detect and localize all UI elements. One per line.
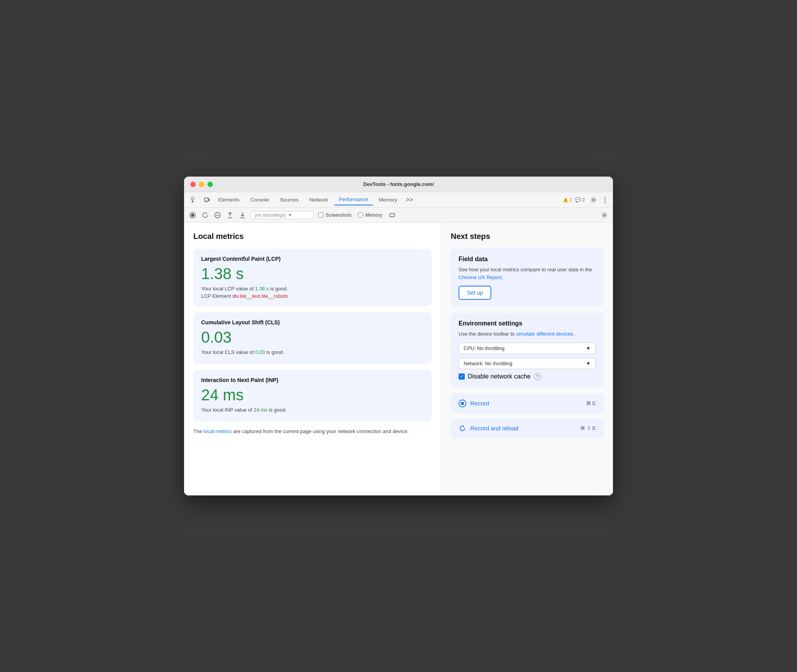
- upload-icon[interactable]: [226, 211, 234, 219]
- record-reload-label: Record and reload: [470, 425, 518, 431]
- main-toolbar: Elements Console Sources Network Perform…: [184, 192, 613, 208]
- element-picker-icon[interactable]: [189, 195, 200, 205]
- recordings-dropdown[interactable]: (no recordings) ▼: [251, 211, 313, 219]
- memory-info-icon[interactable]: [388, 211, 396, 219]
- svg-point-9: [605, 199, 606, 200]
- disable-cache-checkbox[interactable]: ✓: [459, 373, 465, 380]
- lcp-element-label: LCP Element: [201, 293, 231, 299]
- settings-action-icon[interactable]: [600, 211, 608, 219]
- svg-rect-4: [209, 199, 210, 201]
- lcp-element-link[interactable]: div.tile__text.tile__roboto: [232, 293, 288, 299]
- minimize-button[interactable]: [199, 182, 204, 187]
- info-icon: 💬: [575, 197, 581, 203]
- local-metrics-link[interactable]: local metrics: [204, 428, 232, 434]
- memory-checkbox[interactable]: [358, 212, 363, 218]
- lcp-desc-suffix: is good.: [269, 286, 288, 292]
- memory-checkbox-label[interactable]: Memory: [358, 212, 382, 218]
- inp-desc-suffix: is good.: [267, 407, 287, 413]
- record-button[interactable]: [189, 211, 197, 219]
- right-panel: Next steps Field data See how your local…: [441, 223, 613, 495]
- svg-rect-3: [204, 198, 208, 201]
- env-desc-prefix: Use the device toolbar to: [459, 331, 516, 337]
- refresh-button[interactable]: [201, 211, 209, 219]
- lcp-name: Largest Contentful Paint (LCP): [201, 256, 424, 262]
- tab-performance[interactable]: Performance: [334, 194, 372, 205]
- lcp-desc-prefix: Your local LCP value of: [201, 286, 255, 292]
- maximize-button[interactable]: [207, 182, 213, 187]
- screenshots-checkbox[interactable]: [318, 212, 323, 218]
- left-panel: Local metrics Largest Contentful Paint (…: [184, 223, 441, 495]
- cpu-dropdown[interactable]: CPU: No throttling ▼: [459, 343, 596, 354]
- field-data-card: Field data See how your local metrics co…: [451, 249, 604, 307]
- chrome-ux-report-link[interactable]: Chrome UX Report: [459, 274, 502, 280]
- record-label: Record: [470, 400, 489, 407]
- env-settings-card: Environment settings Use the device tool…: [451, 313, 604, 387]
- footer-note: The local metrics are captured from the …: [193, 428, 432, 435]
- recordings-value: (no recordings): [255, 212, 286, 218]
- devtools-window: DevTools - fonts.google.com/ Elements Co…: [184, 177, 613, 495]
- content-area: Local metrics Largest Contentful Paint (…: [184, 223, 613, 495]
- record-shortcut: ⌘ E: [586, 400, 596, 406]
- settings-icon[interactable]: [588, 195, 599, 205]
- network-dropdown-arrow: ▼: [586, 361, 591, 366]
- local-metrics-title: Local metrics: [193, 232, 432, 241]
- disable-cache-help-icon[interactable]: ?: [534, 373, 541, 380]
- device-toolbar-icon[interactable]: [201, 195, 212, 205]
- footer-suffix: are captured from the current page using…: [232, 428, 409, 434]
- screenshots-label: Screenshots: [326, 212, 352, 218]
- record-card[interactable]: Record ⌘ E: [451, 393, 604, 414]
- tab-memory[interactable]: Memory: [374, 195, 402, 205]
- checkbox-group: Screenshots Memory: [318, 211, 396, 219]
- network-dropdown[interactable]: Network: No throttling ▼: [459, 358, 596, 369]
- cls-card: Cumulative Layout Shift (CLS) 0.03 Your …: [193, 312, 432, 364]
- svg-point-7: [593, 199, 595, 201]
- record-dot: [461, 402, 464, 405]
- cls-value: 0.03: [201, 329, 424, 346]
- field-data-prefix: See how your local metrics compare to re…: [459, 267, 592, 272]
- inp-name: Interaction to Next Paint (INP): [201, 377, 424, 383]
- titlebar: DevTools - fonts.google.com/: [184, 177, 613, 192]
- inp-desc-prefix: Your local INP value of: [201, 407, 253, 413]
- tab-console[interactable]: Console: [246, 195, 274, 205]
- memory-label: Memory: [365, 212, 382, 218]
- svg-rect-0: [191, 197, 194, 200]
- svg-point-10: [605, 202, 606, 203]
- inp-desc: Your local INP value of 24 ms is good.: [201, 407, 424, 413]
- record-left: Record: [459, 400, 489, 407]
- lcp-card: Largest Contentful Paint (LCP) 1.38 s Yo…: [193, 249, 432, 306]
- cls-desc: Your local CLS value of 0.03 is good.: [201, 349, 424, 355]
- field-data-desc: See how your local metrics compare to re…: [459, 266, 596, 281]
- svg-point-8: [605, 197, 606, 198]
- cls-name: Cumulative Layout Shift (CLS): [201, 319, 424, 325]
- more-options-icon[interactable]: [602, 195, 608, 205]
- tab-network[interactable]: Network: [305, 195, 333, 205]
- setup-button[interactable]: Set up: [459, 286, 491, 300]
- window-title: DevTools - fonts.google.com/: [363, 181, 434, 187]
- download-icon[interactable]: [239, 211, 246, 219]
- record-reload-card[interactable]: Record and reload ⌘ ⇧ E: [451, 418, 604, 439]
- record-circle-icon: [459, 400, 466, 407]
- clear-button[interactable]: [214, 211, 221, 219]
- record-reload-shortcut: ⌘ ⇧ E: [580, 425, 596, 431]
- info-badge[interactable]: 💬 2: [575, 197, 585, 203]
- tab-sources[interactable]: Sources: [275, 195, 303, 205]
- lcp-element: LCP Element div.tile__text.tile__roboto: [201, 293, 424, 299]
- svg-rect-19: [390, 214, 395, 217]
- more-tabs-button[interactable]: >>: [404, 195, 416, 205]
- cpu-label: CPU: No throttling: [464, 345, 505, 351]
- close-button[interactable]: [190, 182, 196, 187]
- cpu-dropdown-row: CPU: No throttling ▼: [459, 343, 596, 354]
- tab-elements[interactable]: Elements: [214, 195, 244, 205]
- env-settings-desc: Use the device toolbar to simulate diffe…: [459, 330, 596, 338]
- cls-desc-suffix: is good.: [265, 349, 284, 355]
- warning-icon: ⚠️: [563, 197, 569, 203]
- warning-badge[interactable]: ⚠️ 1: [563, 197, 572, 203]
- cpu-dropdown-arrow: ▼: [586, 345, 591, 351]
- disable-cache-label: Disable network cache: [468, 373, 531, 380]
- simulate-devices-link[interactable]: simulate different devices: [516, 331, 573, 337]
- env-desc-suffix: .: [573, 331, 575, 337]
- dropdown-arrow-icon: ▼: [288, 212, 292, 218]
- svg-point-12: [191, 214, 194, 217]
- record-reload-left: Record and reload: [459, 424, 518, 432]
- screenshots-checkbox-label[interactable]: Screenshots: [318, 212, 352, 218]
